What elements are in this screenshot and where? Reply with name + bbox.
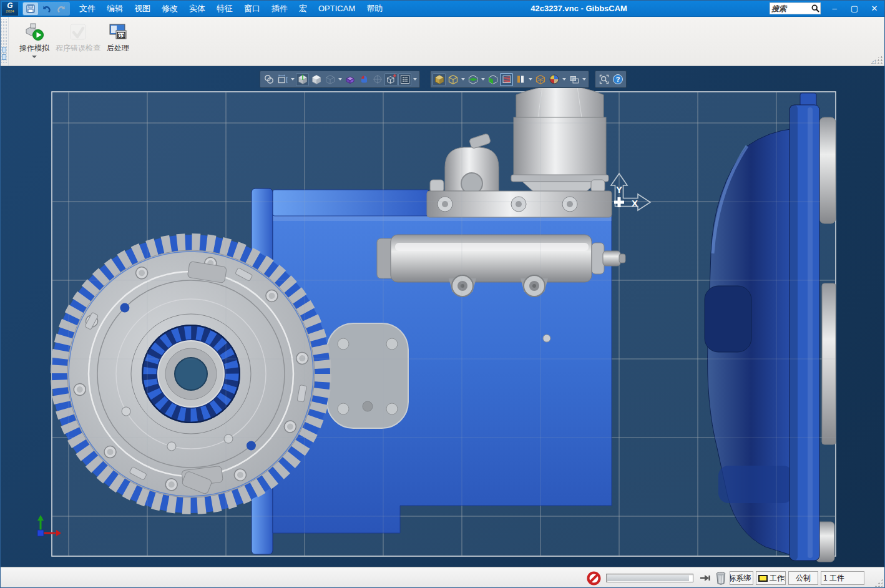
grid-toggle-icon[interactable]: [398, 73, 411, 86]
app-logo-letter: G: [7, 3, 12, 9]
center-bearing: [142, 325, 240, 423]
progress-fill: [607, 575, 689, 581]
viewport-canvas[interactable]: Y X: [1, 66, 885, 567]
coordinate-system-field[interactable]: 坐标系绑: [730, 571, 753, 585]
workgroup-field[interactable]: 工作组: [756, 571, 786, 585]
gear-assembly: [59, 242, 323, 506]
ribbon-trailing-grip: [870, 55, 883, 64]
zoom-select-icon[interactable]: [597, 73, 610, 86]
app-logo-year: 2024: [6, 9, 14, 14]
units-field[interactable]: 公制: [788, 571, 818, 585]
body-blob-icon[interactable]: [357, 73, 370, 86]
search-input[interactable]: [770, 4, 811, 13]
cube-add-icon[interactable]: [384, 73, 398, 86]
minimize-button[interactable]: –: [824, 1, 844, 16]
axis-x-label: X: [632, 198, 638, 208]
interrupt-button[interactable]: [587, 571, 601, 586]
save-button[interactable]: [23, 2, 38, 15]
cube-face-icon[interactable]: [486, 73, 499, 86]
cube-outline-icon[interactable]: [446, 73, 459, 86]
zoom-help-toolbar: ?: [595, 71, 627, 88]
dropdown-caret-icon[interactable]: [337, 78, 343, 81]
redo-button[interactable]: [54, 2, 69, 15]
redo-icon: [56, 4, 67, 14]
dropdown-caret-icon[interactable]: [527, 78, 533, 81]
stop-icon: [587, 571, 601, 586]
dock-handle-bottom[interactable]: [2, 54, 6, 60]
check-icon: [67, 21, 89, 42]
simulation-icon: [23, 21, 46, 42]
menu-plugins[interactable]: 插件: [266, 1, 293, 16]
help-icon[interactable]: ?: [611, 73, 624, 86]
dropdown-caret-icon[interactable]: [480, 78, 486, 81]
svg-text:G1: G1: [117, 32, 125, 39]
cube-layers-icon[interactable]: [500, 73, 513, 86]
trash-icon: [715, 571, 727, 585]
menubar: 文件 编辑 视图 修改 实体 特征 窗口 插件 宏 OPTICAM 帮助: [74, 1, 388, 16]
dropdown-caret-icon[interactable]: [460, 78, 466, 81]
view-toolbar: [260, 71, 420, 88]
ghost-cube-icon[interactable]: [323, 73, 336, 86]
display-toolbar: [430, 71, 589, 88]
gibbscam-window: G 2024 文件 编辑 视图 修改 实体 特征 窗口 插件 宏 OPTICAM: [0, 0, 885, 588]
color-wheel-icon[interactable]: [547, 73, 560, 86]
ribbon-post-process[interactable]: G1 后处理: [104, 19, 132, 61]
menu-features[interactable]: 特征: [211, 1, 238, 16]
cube-filled-icon[interactable]: [433, 73, 446, 86]
menu-help[interactable]: 帮助: [361, 1, 388, 16]
maximize-button[interactable]: ▢: [844, 1, 864, 16]
shaded-cube-icon[interactable]: [296, 73, 309, 86]
search-box: [770, 2, 821, 14]
motor-canister: [514, 117, 606, 180]
window-title: 42c3237.vnc - GibbsCAM: [388, 4, 770, 13]
bars-toggle-icon[interactable]: [514, 73, 527, 86]
menu-opticam[interactable]: OPTICAM: [313, 1, 361, 16]
progress-bar: [606, 574, 693, 582]
menu-file[interactable]: 文件: [74, 1, 101, 16]
cs-compass-icon[interactable]: [371, 73, 384, 86]
workgroup-color-swatch: [758, 575, 768, 582]
menu-solids[interactable]: 实体: [183, 1, 211, 16]
menu-modify[interactable]: 修改: [156, 1, 183, 16]
select-circles-icon[interactable]: [262, 73, 275, 86]
dropdown-caret-icon[interactable]: [32, 52, 37, 61]
app-logo[interactable]: G 2024: [1, 1, 19, 16]
pin-icon: [700, 573, 711, 583]
undo-icon: [41, 4, 52, 14]
titlebar: G 2024 文件 编辑 视图 修改 实体 特征 窗口 插件 宏 OPTICAM: [1, 1, 884, 17]
section-box-icon[interactable]: [343, 73, 356, 86]
ribbon-toolbar: 控制文档... 视图 坐标系 坐标系面板 工作组 实体袋: [1, 17, 884, 66]
part-count-field[interactable]: 1 工件: [821, 571, 864, 585]
viewport: Y X: [1, 66, 885, 567]
dropdown-caret-icon[interactable]: [412, 78, 418, 81]
frame-bounds-icon[interactable]: [276, 73, 289, 86]
menu-macro[interactable]: 宏: [293, 1, 313, 16]
undo-button[interactable]: [39, 2, 54, 15]
dropdown-caret-icon[interactable]: [581, 78, 587, 81]
menu-edit[interactable]: 编辑: [101, 1, 129, 16]
save-icon: [26, 4, 36, 14]
cube-wireframe-icon[interactable]: [534, 73, 547, 86]
ribbon-op-simulation[interactable]: 操作模拟: [16, 19, 52, 61]
axis-y-label: Y: [616, 184, 622, 195]
post-process-icon: G1: [107, 21, 129, 42]
solid-cube-icon[interactable]: [310, 73, 323, 86]
menu-view[interactable]: 视图: [129, 1, 156, 16]
cube-slice-icon[interactable]: [466, 73, 479, 86]
statusbar: 坐标系绑 工作组 公制 1 工件: [1, 567, 884, 588]
quick-access-toolbar: [22, 2, 70, 16]
pin-button[interactable]: [700, 573, 711, 583]
resize-grip[interactable]: [874, 578, 883, 587]
ribbon-error-check: 程序错误检查: [52, 19, 104, 61]
svg-text:?: ?: [615, 76, 620, 83]
dock-handle-top[interactable]: [2, 47, 6, 52]
window-overlap-icon[interactable]: [567, 73, 580, 86]
close-button[interactable]: ✕: [864, 1, 884, 16]
dropdown-caret-icon[interactable]: [290, 78, 295, 81]
delete-button[interactable]: [715, 571, 727, 585]
menu-window[interactable]: 窗口: [238, 1, 266, 16]
search-icon[interactable]: [811, 4, 820, 13]
ribbon-group-simulation: 操作模拟 程序错误检查 G1 后处理: [8, 17, 137, 66]
window-controls: – ▢ ✕: [824, 1, 884, 16]
dropdown-caret-icon[interactable]: [561, 78, 567, 81]
